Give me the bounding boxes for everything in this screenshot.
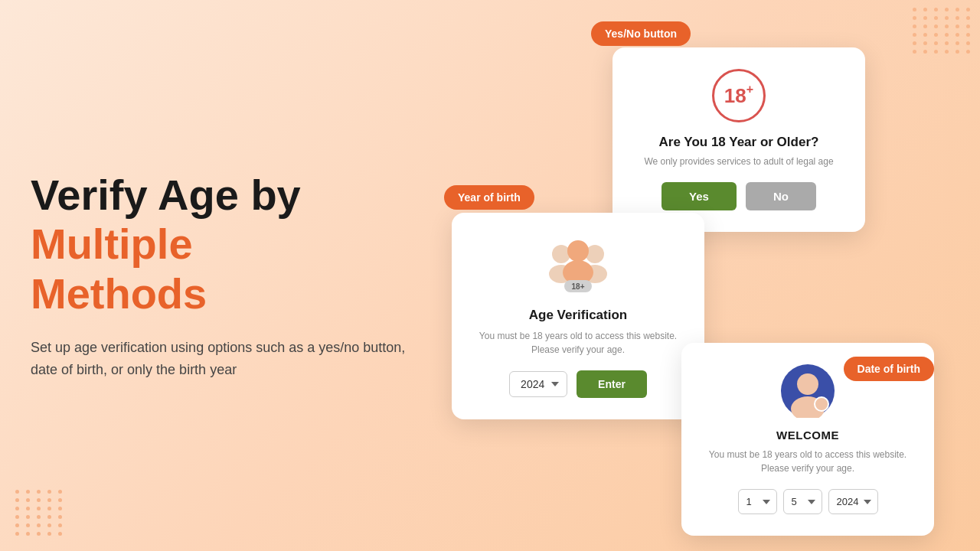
label-yes-no: Yes/No button xyxy=(591,21,691,46)
dob-select-row: 1231528 1234 5612 202420001990 xyxy=(706,489,910,514)
svg-point-0 xyxy=(552,245,570,263)
avatar-group-icon: 18+ xyxy=(547,234,609,295)
label-date-of-birth: Date of birth xyxy=(844,357,934,381)
decorative-dots-bottom-left xyxy=(15,490,64,536)
label-date-of-birth-text: Date of birth xyxy=(858,363,920,375)
label-year-of-birth-text: Year of birth xyxy=(458,191,521,204)
right-section: Yes/No button 18+ Are You 18 Year or Old… xyxy=(444,0,980,551)
enter-button[interactable]: Enter xyxy=(577,370,647,398)
title-highlight: Multiple xyxy=(31,220,193,268)
title-regular: Verify Age by xyxy=(31,171,301,219)
yes-button[interactable]: Yes xyxy=(662,182,737,210)
year-card-title: Age Verification xyxy=(476,308,680,323)
subtitle-text: Set up age verification using options su… xyxy=(31,337,413,381)
yesno-title: Are You 18 Year or Older? xyxy=(637,135,841,150)
year-dob-dropdown[interactable]: 202420001990 xyxy=(828,489,878,514)
card-year-of-birth: 18+ Age Verification You must be 18 year… xyxy=(452,213,704,419)
day-dropdown[interactable]: 1231528 xyxy=(738,489,777,514)
page-title: Verify Age by Multiple Methods xyxy=(31,171,444,318)
dob-card-description: You must be 18 years old to access this … xyxy=(706,448,910,475)
year-card-description: You must be 18 years old to access this … xyxy=(476,329,680,357)
svg-text:18+: 18+ xyxy=(572,282,585,291)
title-line2: Methods xyxy=(31,269,207,317)
label-year-of-birth: Year of birth xyxy=(444,185,534,210)
yesno-description: We only provides services to adult of le… xyxy=(637,156,841,167)
left-section: Verify Age by Multiple Methods Set up ag… xyxy=(31,171,444,381)
year-dropdown[interactable]: 2024 2023 2005 2000 1990 xyxy=(509,371,567,397)
card-yes-no: 18+ Are You 18 Year or Older? We only pr… xyxy=(612,47,865,232)
yesno-btn-row: Yes No xyxy=(637,182,841,210)
month-dropdown[interactable]: 1234 5612 xyxy=(783,489,822,514)
no-button[interactable]: No xyxy=(746,182,816,210)
icon-18-plus: 18+ xyxy=(712,69,766,122)
label-yes-no-text: Yes/No button xyxy=(605,28,677,40)
dob-card-title: WELCOME xyxy=(706,429,910,442)
avatar-dob-icon xyxy=(781,364,835,418)
svg-point-9 xyxy=(797,373,818,395)
svg-point-2 xyxy=(586,245,604,263)
year-select-row: 2024 2023 2005 2000 1990 Enter xyxy=(476,370,680,398)
svg-point-4 xyxy=(567,240,589,262)
svg-point-11 xyxy=(815,397,828,411)
